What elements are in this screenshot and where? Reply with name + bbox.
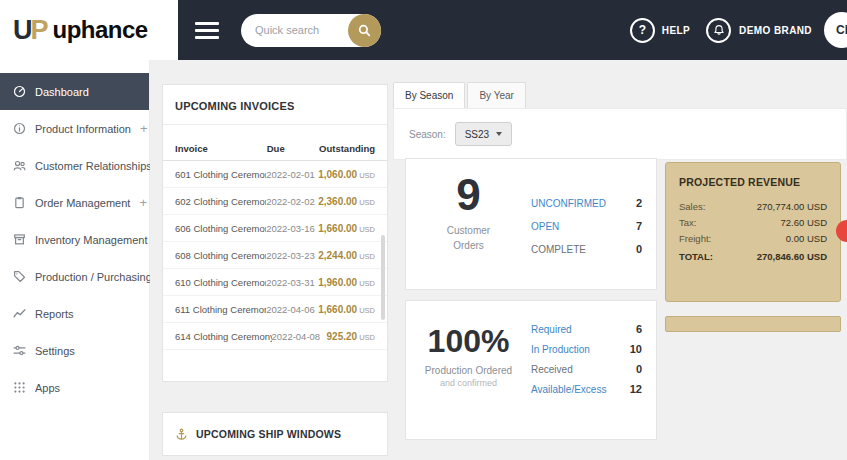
invoice-due: 2022-03-16 [266, 223, 318, 234]
brand-selector[interactable]: DEMO BRAND [739, 25, 812, 36]
sidebar-item-label: Dashboard [35, 86, 89, 98]
revenue-row-sales: Sales: 270,774.00 USD [679, 201, 827, 212]
invoice-name: 614 Clothing Ceremony [175, 331, 272, 342]
table-row[interactable]: 606 Clothing Ceremony 2022-03-16 1,660.0… [163, 215, 387, 242]
hamburger-icon [195, 22, 219, 25]
sidebar-item-customer-relationships[interactable]: Customer Relationships + [0, 147, 149, 184]
secondary-revenue-card-edge [665, 316, 841, 332]
stat-row-complete: COMPLETE 0 [531, 243, 642, 255]
currency-label: USD [359, 252, 375, 261]
sidebar-item-label: Product Information [35, 123, 131, 135]
tab-by-year[interactable]: By Year [467, 82, 525, 108]
available-excess-value: 12 [630, 383, 642, 395]
invoice-due: 2022-02-02 [266, 196, 318, 207]
expand-icon[interactable]: + [140, 121, 148, 136]
stat-row-required: Required 6 [531, 323, 642, 335]
invoice-due: 2022-02-01 [266, 169, 318, 180]
sidebar-item-inventory-management[interactable]: Inventory Management + [0, 221, 149, 258]
invoice-name: 608 Clothing Ceremony [175, 250, 266, 261]
revenue-value: 72.60 USD [781, 217, 827, 228]
users-icon [12, 159, 26, 173]
table-row[interactable]: 601 Clothing Ceremony 2022-02-01 1,060.0… [163, 161, 387, 188]
required-value: 6 [636, 323, 642, 335]
revenue-label: Freight: [679, 233, 711, 244]
currency-label: USD [359, 306, 375, 315]
search-box [241, 14, 381, 47]
clipboard-icon [12, 196, 26, 210]
revenue-row-tax: Tax: 72.60 USD [679, 217, 827, 228]
sidebar-item-label: Inventory Management [35, 234, 148, 246]
orders-count-label: Customer Orders [437, 223, 501, 253]
sidebar-item-label: Apps [35, 382, 60, 394]
info-icon [12, 122, 26, 136]
dashboard-tabs: By Season By Year [393, 82, 526, 108]
season-label: Season: [409, 129, 446, 140]
invoices-table-header: Invoice Due Outstanding [163, 137, 387, 161]
received-value: 0 [636, 363, 642, 375]
available-excess-link[interactable]: Available/Excess [531, 384, 606, 395]
sidebar-item-production-purchasing[interactable]: Production / Purchasing + [0, 258, 149, 295]
sidebar-item-reports[interactable]: Reports [0, 295, 149, 332]
invoice-due: 2022-04-06 [266, 304, 318, 315]
table-row[interactable]: 610 Clothing Ceremony 2022-03-31 1,960.0… [163, 269, 387, 296]
invoices-title: UPCOMING INVOICES [163, 85, 387, 125]
topbar-right: ? HELP DEMO BRAND CI [630, 12, 847, 48]
anchor-icon [175, 428, 188, 441]
received-label: Received [531, 364, 573, 375]
sidebar-item-apps[interactable]: Apps [0, 369, 149, 406]
revenue-label: Tax: [679, 217, 696, 228]
notifications-button[interactable] [706, 18, 731, 43]
search-button[interactable] [348, 14, 381, 47]
production-ordered-card: 100% Production Ordered and confirmed Re… [405, 300, 657, 440]
help-label[interactable]: HELP [662, 25, 690, 36]
revenue-value: 270,774.00 USD [757, 201, 827, 212]
sidebar-item-label: Production / Purchasing [35, 271, 152, 283]
invoice-due: 2022-04-08 [272, 331, 327, 342]
ship-windows-title: UPCOMING SHIP WINDOWS [196, 428, 341, 440]
menu-toggle-button[interactable] [193, 18, 221, 43]
season-value: SS23 [465, 129, 489, 140]
table-row[interactable]: 614 Clothing Ceremony 2022-04-08 925.20U… [163, 323, 387, 350]
invoice-name: 602 Clothing Ceremony [175, 196, 266, 207]
topbar: UP uphance ? HELP DEMO BRAND CI [0, 0, 847, 60]
open-link[interactable]: OPEN [531, 221, 559, 232]
uphance-logo-icon: UP [13, 15, 47, 46]
tab-by-season[interactable]: By Season [393, 82, 465, 108]
upcoming-invoices-card: UPCOMING INVOICES Invoice Due Outstandin… [162, 84, 388, 382]
avatar[interactable]: CI [824, 12, 847, 48]
sidebar-item-order-management[interactable]: Order Management + [0, 184, 149, 221]
currency-label: USD [359, 279, 375, 288]
sliders-icon [12, 344, 26, 358]
revenue-label: TOTAL: [679, 251, 713, 262]
currency-label: USD [359, 171, 375, 180]
upcoming-ship-windows-card: UPCOMING SHIP WINDOWS [162, 412, 388, 456]
season-select[interactable]: SS23 [455, 122, 512, 146]
required-link[interactable]: Required [531, 324, 572, 335]
sidebar-item-label: Settings [35, 345, 75, 357]
invoices-scrollbar[interactable] [381, 235, 385, 320]
unconfirmed-link[interactable]: UNCONFIRMED [531, 198, 606, 209]
stat-row-open: OPEN 7 [531, 220, 642, 232]
sidebar-item-product-information[interactable]: Product Information + [0, 110, 149, 147]
table-row[interactable]: 611 Clothing Ceremony 2022-04-06 1,660.0… [163, 296, 387, 323]
invoice-amount: 925.20USD [327, 331, 375, 342]
invoice-amount: 2,360.00USD [318, 196, 375, 207]
sidebar-item-settings[interactable]: Settings [0, 332, 149, 369]
in-production-link[interactable]: In Production [531, 344, 590, 355]
production-percent: 100% [428, 325, 510, 357]
customer-orders-card: 9 Customer Orders UNCONFIRMED 2 OPEN 7 C… [405, 158, 657, 290]
sidebar-item-dashboard[interactable]: Dashboard [0, 73, 149, 110]
help-icon[interactable]: ? [630, 18, 655, 43]
invoice-name: 601 Clothing Ceremony [175, 169, 266, 180]
invoice-due: 2022-03-31 [266, 277, 318, 288]
sidebar-item-label: Order Management [35, 197, 130, 209]
expand-icon[interactable]: + [139, 195, 147, 210]
bell-icon [713, 24, 725, 36]
table-row[interactable]: 608 Clothing Ceremony 2022-03-23 2,244.0… [163, 242, 387, 269]
orders-count: 9 [456, 173, 480, 217]
invoices-table: Invoice Due Outstanding 601 Clothing Cer… [163, 137, 387, 350]
tag-icon [12, 270, 26, 284]
brand-logo[interactable]: UP uphance [0, 0, 178, 60]
stat-row-available-excess: Available/Excess 12 [531, 383, 642, 395]
table-row[interactable]: 602 Clothing Ceremony 2022-02-02 2,360.0… [163, 188, 387, 215]
